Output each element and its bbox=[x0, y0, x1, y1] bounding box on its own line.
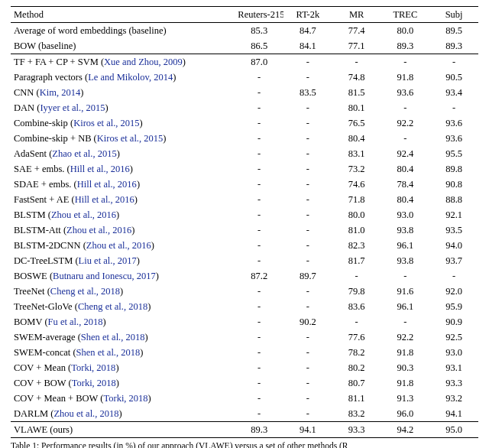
method-text-post: ) bbox=[80, 87, 83, 98]
method-text-post: ) bbox=[151, 240, 154, 251]
value-cell: 89.8 bbox=[429, 161, 478, 177]
citation-link[interactable]: Iyyer et al., 2015 bbox=[40, 102, 105, 113]
citation-link[interactable]: Liu et al., 2017 bbox=[79, 255, 137, 266]
citation-link[interactable]: Cheng et al., 2018 bbox=[50, 286, 120, 297]
method-cell: COV + BOW (Torki, 2018) bbox=[11, 375, 235, 391]
value-cell: 80.2 bbox=[332, 360, 381, 375]
value-cell: 84.1 bbox=[283, 38, 332, 54]
value-cell: 93.0 bbox=[381, 207, 430, 222]
method-text: SWEM-average ( bbox=[14, 332, 81, 342]
value-cell: 73.2 bbox=[332, 161, 381, 177]
citation-link[interactable]: Zhou et al., 2016 bbox=[51, 209, 116, 220]
citation-link[interactable]: Fu et al., 2018 bbox=[48, 317, 103, 327]
citation-link[interactable]: Butnaru and Ionescu, 2017 bbox=[53, 271, 156, 281]
citation-link[interactable]: Zhou et al., 2016 bbox=[66, 225, 131, 235]
method-cell: Paragraph vectors (Le and Mikolov, 2014) bbox=[11, 70, 235, 85]
value-cell: 93.6 bbox=[381, 85, 430, 100]
value-cell: 93.0 bbox=[429, 345, 478, 360]
value-cell: 90.3 bbox=[381, 360, 430, 375]
method-text-post: ) bbox=[140, 118, 143, 128]
value-cell: - bbox=[283, 330, 332, 345]
citation-link[interactable]: Hill et al., 2016 bbox=[77, 179, 137, 190]
value-cell: 76.5 bbox=[332, 115, 381, 131]
method-cell: SDAE + embs. (Hill et al., 2016) bbox=[11, 177, 235, 192]
method-cell: DC-TreeLSTM (Liu et al., 2017) bbox=[11, 253, 235, 268]
value-cell: 78.4 bbox=[381, 177, 430, 192]
citation-link[interactable]: Zhou et al., 2016 bbox=[86, 240, 151, 251]
table-row: BLSTM-2DCNN (Zhou et al., 2016)--82.396.… bbox=[11, 238, 478, 253]
citation-link[interactable]: Hill et al., 2016 bbox=[70, 164, 130, 174]
caption-prefix: Table 1: bbox=[11, 441, 41, 448]
value-cell: - bbox=[381, 131, 430, 146]
method-text: CNN ( bbox=[14, 87, 40, 98]
citation-link[interactable]: Torki, 2018 bbox=[103, 393, 147, 404]
value-cell: - bbox=[283, 345, 332, 360]
value-cell: 89.7 bbox=[283, 268, 332, 284]
table-row: COV + BOW (Torki, 2018)--80.791.893.3 bbox=[11, 375, 478, 391]
method-cell: SAE + embs. (Hill et al., 2016) bbox=[11, 161, 235, 177]
value-cell: 93.3 bbox=[332, 422, 381, 438]
citation-link[interactable]: Cheng et al., 2018 bbox=[78, 301, 147, 312]
value-cell: - bbox=[283, 391, 332, 406]
value-cell: - bbox=[283, 131, 332, 146]
value-cell: 93.1 bbox=[429, 360, 478, 375]
table-row: SAE + embs. (Hill et al., 2016)--73.280.… bbox=[11, 161, 478, 177]
citation-link[interactable]: Zhao et al., 2015 bbox=[52, 148, 116, 159]
method-cell: DAN (Iyyer et al., 2015) bbox=[11, 100, 235, 115]
citation-link[interactable]: Shen et al., 2018 bbox=[76, 347, 141, 358]
citation-link[interactable]: Torki, 2018 bbox=[72, 378, 116, 388]
method-text-post: ) bbox=[116, 378, 119, 388]
value-cell: 93.8 bbox=[381, 253, 430, 268]
value-cell: - bbox=[235, 238, 283, 253]
method-cell: CNN (Kim, 2014) bbox=[11, 85, 235, 100]
method-text: AdaSent ( bbox=[14, 148, 52, 159]
value-cell: 86.5 bbox=[235, 38, 283, 54]
value-cell: 77.4 bbox=[332, 23, 381, 39]
value-cell: 83.1 bbox=[332, 146, 381, 161]
value-cell: 81.1 bbox=[332, 391, 381, 406]
value-cell: 92.4 bbox=[381, 146, 430, 161]
method-text: BOW (baseline) bbox=[14, 41, 76, 51]
table-row: Paragraph vectors (Le and Mikolov, 2014)… bbox=[11, 70, 478, 85]
value-cell: 92.5 bbox=[429, 330, 478, 345]
method-cell: BOMV (Fu et al., 2018) bbox=[11, 314, 235, 330]
method-text: Combine-skip + NB ( bbox=[14, 133, 97, 144]
method-text-post: ) bbox=[105, 102, 108, 113]
citation-link[interactable]: Hill et al., 2016 bbox=[75, 194, 134, 205]
method-text: SDAE + embs. ( bbox=[14, 179, 77, 190]
value-cell: 92.0 bbox=[429, 284, 478, 299]
value-cell: - bbox=[381, 54, 430, 70]
value-cell: 78.2 bbox=[332, 345, 381, 360]
value-cell: - bbox=[235, 207, 283, 222]
value-cell: - bbox=[283, 284, 332, 299]
value-cell: 83.6 bbox=[332, 299, 381, 314]
value-cell: 80.4 bbox=[381, 161, 430, 177]
method-cell: TF + FA + CP + SVM (Xue and Zhou, 2009) bbox=[11, 54, 235, 70]
value-cell: - bbox=[235, 85, 283, 100]
value-cell: - bbox=[283, 161, 332, 177]
value-cell: - bbox=[283, 406, 332, 422]
value-cell: - bbox=[283, 115, 332, 131]
citation-link[interactable]: Le and Mikolov, 2014 bbox=[88, 72, 173, 83]
value-cell: 89.3 bbox=[429, 38, 478, 54]
citation-link[interactable]: Torki, 2018 bbox=[71, 362, 115, 373]
method-text-post: ) bbox=[115, 362, 118, 373]
method-cell: BLSTM (Zhou et al., 2016) bbox=[11, 207, 235, 222]
table-row: DARLM (Zhou et al., 2018)--83.296.094.1 bbox=[11, 406, 478, 422]
method-text: SAE + embs. ( bbox=[14, 164, 70, 174]
citation-link[interactable]: Zhou et al., 2018 bbox=[53, 408, 118, 419]
citation-link[interactable]: Kiros et al., 2015 bbox=[97, 133, 163, 144]
value-cell: - bbox=[283, 253, 332, 268]
citation-link[interactable]: Kiros et al., 2015 bbox=[73, 118, 139, 128]
value-cell: 93.4 bbox=[429, 85, 478, 100]
value-cell: 81.7 bbox=[332, 253, 381, 268]
value-cell: 89.5 bbox=[429, 23, 478, 39]
method-text: Paragraph vectors ( bbox=[14, 72, 88, 83]
citation-link[interactable]: Kim, 2014 bbox=[40, 87, 80, 98]
citation-link[interactable]: Xue and Zhou, 2009 bbox=[104, 57, 183, 67]
value-cell: 93.3 bbox=[429, 375, 478, 391]
value-cell: 81.5 bbox=[332, 85, 381, 100]
citation-link[interactable]: Shen et al., 2018 bbox=[81, 332, 145, 342]
value-cell: - bbox=[235, 146, 283, 161]
table-row: Average of word embeddings (baseline)85.… bbox=[11, 23, 478, 39]
